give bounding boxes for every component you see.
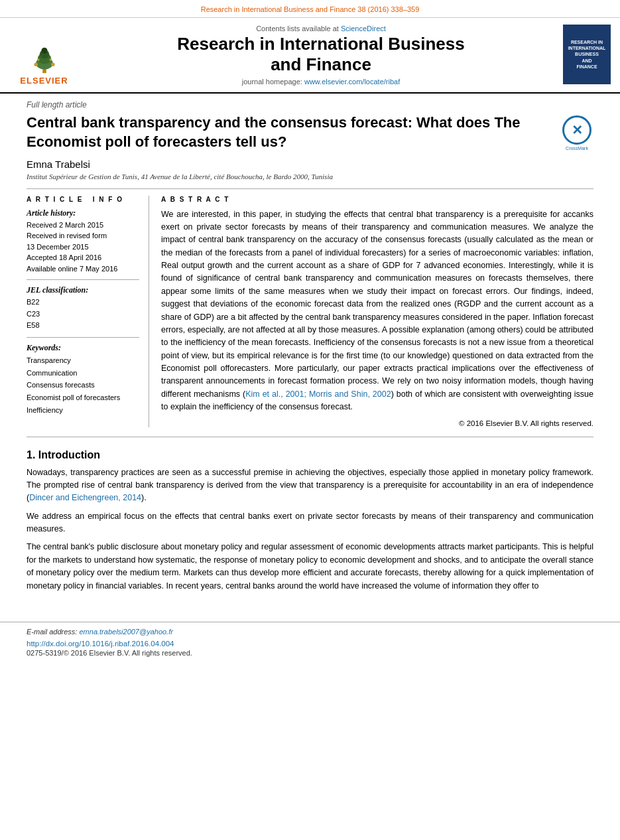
- elsevier-tree-icon: [25, 45, 64, 74]
- jel-code-e58: E58: [27, 320, 139, 332]
- revised-date: 13 December 2015: [27, 242, 139, 253]
- crossmark-badge[interactable]: ✕ CrossMark: [560, 116, 593, 149]
- abstract-label: A B S T R A C T: [161, 196, 593, 203]
- elsevier-logo: ELSEVIER: [9, 25, 79, 86]
- section-divider: [27, 437, 593, 437]
- article-info-label: A R T I C L E I N F O: [27, 196, 139, 203]
- jel-code-b22: B22: [27, 297, 139, 309]
- sciencedirect-link[interactable]: ScienceDirect: [341, 25, 386, 33]
- svg-point-7: [37, 59, 40, 62]
- intro-para-1: Nowadays, transparency practices are see…: [27, 466, 593, 505]
- page: Research in International Business and F…: [0, 0, 620, 840]
- jel-group: JEL classification: B22 C23 E58: [27, 285, 139, 332]
- journal-reference: Research in International Business and F…: [201, 5, 420, 13]
- jel-label: JEL classification:: [27, 285, 139, 295]
- abstract-text: We are interested, in this paper, in stu…: [161, 208, 593, 414]
- svg-point-4: [41, 48, 47, 54]
- article-title-row: Central bank transparency and the consen…: [27, 113, 593, 151]
- article-type-label: Full length article: [27, 100, 593, 109]
- available-online: Available online 7 May 2016: [27, 263, 139, 275]
- keyword-economist: Economist poll of forecasters: [27, 391, 139, 404]
- keyword-consensus: Consensus forecasts: [27, 379, 139, 391]
- svg-point-6: [51, 63, 55, 66]
- journal-header: ELSEVIER Contents lists available at Sci…: [0, 18, 620, 94]
- svg-point-5: [34, 63, 37, 66]
- svg-point-8: [49, 59, 52, 62]
- journal-center: Contents lists available at ScienceDirec…: [86, 25, 556, 86]
- info-divider-2: [27, 337, 139, 338]
- abstract-column: A B S T R A C T We are interested, in th…: [161, 196, 593, 427]
- accepted-date: Accepted 18 April 2016: [27, 252, 139, 263]
- top-bar: Research in International Business and F…: [0, 0, 620, 18]
- crossmark-circle: ✕: [562, 115, 591, 145]
- journal-title: Research in International Business and F…: [177, 34, 464, 75]
- doi-link[interactable]: http://dx.doi.org/10.1016/j.ribaf.2016.0…: [27, 640, 174, 648]
- homepage-link[interactable]: www.elsevier.com/locate/ribaf: [304, 78, 400, 86]
- footer-rights: 0275-5319/© 2016 Elsevier B.V. All right…: [27, 649, 593, 657]
- article-title: Central bank transparency and the consen…: [27, 113, 554, 151]
- email-link[interactable]: emna.trabelsi2007@yahoo.fr: [79, 628, 172, 636]
- journal-cover-image: RESEARCH ININTERNATIONALBUSINESSANDFINAN…: [563, 25, 611, 84]
- keyword-inefficiency: Inefficiency: [27, 404, 139, 417]
- info-abstract-section: A R T I C L E I N F O Article history: R…: [27, 196, 593, 427]
- article-history-group: Article history: Received 2 March 2015 R…: [27, 208, 139, 275]
- author-name: Emna Trabelsi: [27, 159, 593, 170]
- introduction-heading: 1. Introduction: [27, 449, 593, 461]
- keywords-label: Keywords:: [27, 343, 139, 353]
- article-body: Full length article Central bank transpa…: [0, 94, 620, 611]
- ref-kim-link[interactable]: Kim et al., 2001; Morris and Shin, 2002: [245, 389, 391, 399]
- keyword-transparency: Transparency: [27, 354, 139, 367]
- crossmark-label: CrossMark: [566, 146, 588, 151]
- received-revised-label: Received in revised form: [27, 230, 139, 242]
- cover-title-text: RESEARCH ININTERNATIONALBUSINESSANDFINAN…: [568, 39, 606, 69]
- copyright-line: © 2016 Elsevier B.V. All rights reserved…: [161, 419, 593, 427]
- article-info-column: A R T I C L E I N F O Article history: R…: [27, 196, 149, 427]
- crossmark-x-icon: ✕: [572, 123, 583, 137]
- article-footer: E-mail address: emna.trabelsi2007@yahoo.…: [0, 622, 620, 660]
- history-label: Article history:: [27, 208, 139, 218]
- affiliation-text: Institut Supérieur de Gestion de Tunis, …: [27, 173, 593, 180]
- keyword-communication: Communication: [27, 367, 139, 380]
- email-footnote: E-mail address: emna.trabelsi2007@yahoo.…: [27, 628, 593, 636]
- received-date: Received 2 March 2015: [27, 220, 139, 231]
- elsevier-brand-text: ELSEVIER: [20, 76, 68, 86]
- keywords-group: Keywords: Transparency Communication Con…: [27, 343, 139, 416]
- jel-code-c23: C23: [27, 309, 139, 320]
- journal-homepage: journal homepage: www.elsevier.com/locat…: [242, 78, 400, 86]
- contents-line: Contents lists available at ScienceDirec…: [256, 25, 386, 33]
- intro-para-3: The central bank's public disclosure abo…: [27, 541, 593, 593]
- info-divider-1: [27, 279, 139, 280]
- title-divider: [27, 188, 593, 189]
- dincer-link[interactable]: Dincer and Eichengreen, 2014: [29, 493, 141, 502]
- intro-para-2: We address an empirical focus on the eff…: [27, 510, 593, 536]
